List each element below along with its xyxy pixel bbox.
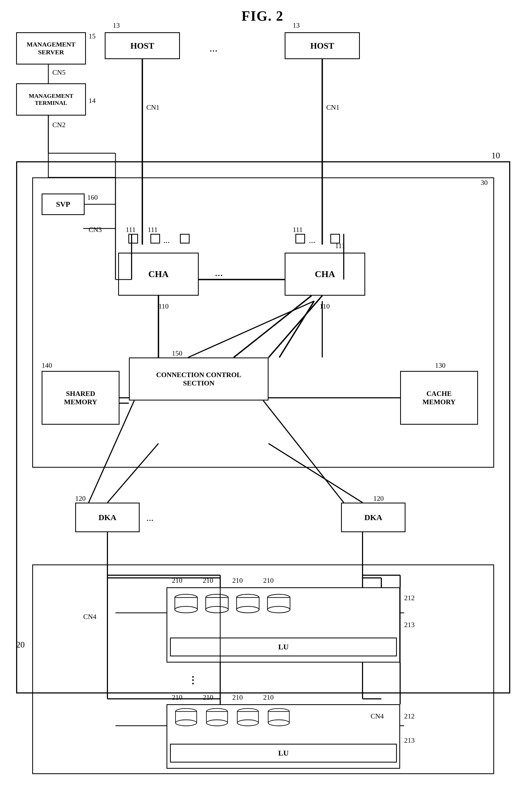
ref-212a: 212 [404,594,415,602]
ref-140: 140 [42,362,52,369]
management-terminal-box: MANAGEMENT TERMINAL [16,83,86,116]
ref-13b: 13 [293,21,300,30]
disk-enclosure-2: LU [166,704,400,769]
ref-14: 14 [89,97,95,105]
ref-130: 130 [435,362,446,369]
dots-cha: ... [215,266,223,279]
dots-dka: ... [146,512,154,523]
disk-2 [204,594,230,615]
port-111a [129,234,138,244]
cn4a-label: CN4 [83,613,96,621]
ref-30: 30 [481,179,488,187]
ref-111d: 111 [335,242,345,250]
svg-point-49 [237,720,259,726]
ref-160: 160 [87,193,98,202]
host1-box: HOST [105,32,180,59]
dka1-box: DKA [75,503,140,532]
cn5-label: CN5 [52,69,65,77]
ref-213b: 213 [404,737,415,744]
disk-8 [265,708,292,728]
ref-120a: 120 [75,495,86,503]
cn1a-label: CN1 [146,103,160,112]
port-111d [295,234,305,244]
connection-control-box: CONNECTION CONTROL SECTION [129,358,269,401]
svg-point-46 [207,720,228,726]
disk-1 [173,594,199,615]
cha2-box: CHA [285,253,365,296]
disk-4 [265,594,292,615]
ref-213a: 213 [404,621,415,629]
disk-3 [235,594,261,615]
svg-point-34 [206,606,228,613]
ref-210d: 210 [263,577,274,585]
management-server-box: MANAGEMENT SERVER [16,32,86,64]
svp-box: SVP [42,193,85,215]
ref-110a: 110 [159,302,169,310]
disk-5 [173,708,199,728]
ref-210c: 210 [232,577,243,585]
port-111c [180,234,190,244]
disk-enclosure-1: LU [166,587,400,663]
dka2-box: DKA [341,503,405,532]
ref-210e: 210 [172,694,182,701]
cn4b-label: CN4 [371,712,384,720]
ref-110b: 110 [319,302,330,310]
svg-point-37 [237,606,259,613]
cache-memory-box: CACHE MEMORY [400,371,478,425]
ref-210f: 210 [203,694,213,701]
cn2-label: CN2 [52,121,65,129]
ref-111b: 111 [148,226,158,234]
ref-13a: 13 [113,21,120,30]
dots-ports2: ... [309,235,315,245]
figure-title: FIG. 2 [241,8,283,24]
host2-box: HOST [285,32,360,59]
dots-hosts: ... [209,42,217,54]
port-111b [150,234,160,244]
cn3-label: CN3 [89,226,102,234]
cha1-box: CHA [118,253,199,296]
shared-memory-box: SHARED MEMORY [42,371,120,425]
ref-210g: 210 [232,694,243,701]
ref-210b: 210 [203,577,213,585]
lu-bar-1: LU [170,638,397,656]
ref-111a: 111 [126,226,136,234]
disk-7 [235,708,261,728]
lu-bar-2: LU [170,744,397,763]
ref-111c: 111 [293,226,303,234]
ref-120b: 120 [373,495,384,503]
ref-212b: 212 [404,712,415,720]
ref-210a: 210 [172,577,182,585]
diagram: FIG. 2 MANAGEMENT SERVER 15 MANAGEMENT T… [0,0,525,812]
svg-point-40 [268,606,290,613]
svg-point-31 [175,606,197,613]
dots-disks: ⋮ [188,675,198,686]
ref-150: 150 [172,349,182,358]
svg-point-52 [268,720,289,726]
ref-15: 15 [89,32,95,40]
ref-10: 10 [492,150,500,160]
ref-210h: 210 [263,694,274,701]
cn1b-label: CN1 [326,103,340,112]
dots-ports1: ... [163,235,170,245]
svg-point-43 [176,720,197,726]
disk-6 [204,708,230,728]
ref-20: 20 [16,640,25,650]
